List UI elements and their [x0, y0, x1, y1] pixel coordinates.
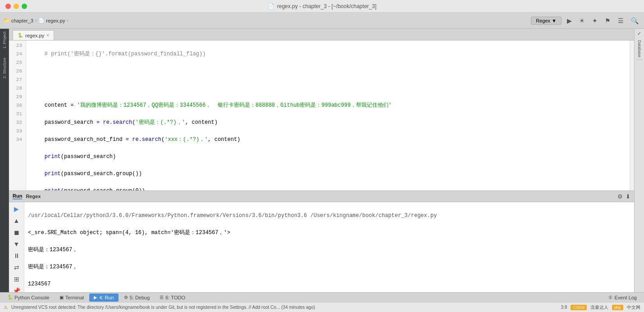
code-line-30: print(password_search.group())	[32, 170, 630, 178]
cursor-position: 3:8	[561, 305, 567, 310]
run-left-toolbar: ▶ ▲ ◼ ▼ ⏸ ⇄ ⊞ 📌 🗑 >>	[9, 202, 24, 292]
code-line-26: content = '我的微博密码是：1234567，QQ密码是：3344556…	[32, 101, 630, 110]
breadcrumb-project: chapter_3	[11, 18, 33, 23]
run-panel: ▶ ▲ ◼ ▼ ⏸ ⇄ ⊞ 📌 🗑 >> /usr/local/Cellar/p…	[9, 202, 634, 292]
run-panel-header: Run Regex ⚙ ⬇	[9, 190, 634, 202]
output-line-4: 密码是：1234567，	[28, 263, 630, 271]
btab-debug[interactable]: ⚙ 5: Debug	[119, 294, 155, 302]
run-step-btn[interactable]: ⇄	[10, 262, 23, 272]
run-pause-btn[interactable]: ⏸	[10, 251, 23, 261]
status-bar: ⚠ Unregistered VCS root detected: The di…	[0, 302, 644, 312]
run-up-btn[interactable]: ▲	[10, 216, 23, 226]
dropdown-icon: ▼	[552, 18, 557, 23]
folder-icon: 📁	[4, 18, 10, 23]
code-line-27: password_search = re.search('密码是：(.*?)，'…	[32, 118, 630, 127]
code-line-31: print(password_search.group(0))	[32, 187, 630, 190]
title-text: regex.py - chapter_3 - [~/book/chapter_3…	[277, 3, 376, 9]
run-tab-regex[interactable]: Regex	[26, 194, 41, 199]
run-icons: ⚙ ⬇	[617, 193, 630, 200]
bottom-tabs: 🐍 Python Console ▣ Terminal ▶ 4: Run ⚙ 5…	[0, 292, 644, 302]
editor-container: 🐍 regex.py × 23 24 25 26 27 28 29 30 31	[9, 29, 634, 292]
btab-run-label: 4: Run	[99, 295, 114, 300]
btab-eventlog-label: Event Log	[614, 295, 637, 300]
status-right: 3:8 CSDN 流量达人 php 中文网	[561, 304, 640, 311]
badge-influencer: 流量达人	[590, 304, 608, 311]
output-line-3: 密码是：1234567，	[28, 246, 630, 254]
breadcrumb-item-project[interactable]: 📁 chapter_3	[4, 18, 33, 23]
code-line-24	[32, 67, 630, 76]
run-stop-btn[interactable]: ◼	[10, 227, 23, 237]
list-icon[interactable]: ☰	[616, 16, 626, 25]
run-button[interactable]: ▶	[565, 16, 574, 25]
structure-sidebar-label[interactable]: 2: Structure	[2, 58, 7, 79]
run-pin-btn[interactable]: 📌	[10, 286, 23, 292]
run-down-btn[interactable]: ▼	[10, 239, 23, 249]
btab-python-console-label: Python Console	[14, 295, 50, 300]
btab-todo[interactable]: ☰ 6: TODO	[155, 294, 190, 302]
btab-python-console[interactable]: 🐍 Python Console	[3, 294, 54, 302]
right-sidebar: ✓ Database	[634, 29, 644, 292]
run-settings-icon[interactable]: ⚙	[617, 193, 623, 200]
breadcrumb-end: ›	[67, 18, 68, 23]
status-message: Unregistered VCS root detected: The dire…	[11, 305, 315, 310]
eventlog-icon: ①	[608, 295, 612, 300]
checkmark-icon[interactable]: ✓	[635, 29, 643, 38]
minimize-button[interactable]	[14, 4, 19, 9]
output-line-1: /usr/local/Cellar/python3/3.6.0/Framewor…	[28, 212, 630, 220]
breadcrumb-item-file[interactable]: 📄 regex.py	[38, 18, 65, 23]
regex-button[interactable]: Regex ▼	[531, 17, 562, 25]
maximize-button[interactable]	[22, 4, 27, 9]
btab-run[interactable]: ▶ 4: Run	[89, 294, 118, 302]
breadcrumb-file: regex.py	[46, 18, 65, 23]
output-line-2: <_sre.SRE_Match object; span=(4, 16), ma…	[28, 229, 630, 237]
close-button[interactable]	[5, 4, 11, 9]
output-line-5: 1234567	[28, 280, 630, 289]
python-console-icon: 🐍	[7, 295, 13, 300]
code-line-29: print(password_search)	[32, 153, 630, 161]
badge-php: php	[612, 305, 623, 310]
code-content[interactable]: # print('密码是：{}'.format(password_findall…	[26, 41, 630, 190]
window-title: 📄 regex.py - chapter_3 - [~/book/chapter…	[268, 3, 376, 9]
btab-debug-label: 5: Debug	[130, 295, 150, 300]
run-play-btn[interactable]: ▶	[10, 204, 23, 214]
run-tab-run[interactable]: Run	[13, 193, 22, 199]
profile-icon[interactable]: ⚑	[603, 16, 612, 25]
debug-icon[interactable]: ✦	[590, 16, 599, 25]
debug-tab-icon: ⚙	[124, 295, 128, 300]
toolbar-right: Regex ▼ ▶ ☀ ✦ ⚑ ☰ 🔍	[531, 16, 640, 25]
tab-bar: 🐍 regex.py ×	[9, 29, 634, 41]
code-line-25	[32, 84, 630, 93]
breadcrumb-separator: ›	[35, 18, 37, 23]
tab-label: regex.py	[25, 33, 44, 38]
run-output: /usr/local/Cellar/python3/3.6.0/Framewor…	[24, 202, 634, 292]
editor-scrollbar[interactable]	[630, 41, 634, 190]
run-tab-icon: ▶	[94, 295, 97, 300]
badge-csdn: CSDN	[571, 305, 587, 310]
toolbar: 📁 chapter_3 › 📄 regex.py › Regex ▼ ▶ ☀ ✦…	[0, 13, 644, 29]
tab-close-icon[interactable]: ×	[46, 33, 49, 38]
code-editor[interactable]: 23 24 25 26 27 28 29 30 31 32 33 34 # pr…	[9, 41, 634, 190]
file-icon: 📄	[38, 18, 45, 23]
btab-terminal[interactable]: ▣ Terminal	[55, 294, 89, 302]
tab-file-icon: 🐍	[18, 33, 23, 38]
window-controls[interactable]	[5, 4, 27, 9]
breadcrumb: 📁 chapter_3 › 📄 regex.py ›	[4, 18, 529, 23]
btab-eventlog[interactable]: ① Event Log	[604, 294, 641, 302]
todo-tab-icon: ☰	[160, 295, 164, 300]
run-download-icon[interactable]: ⬇	[626, 193, 630, 200]
database-sidebar-label[interactable]: Database	[636, 38, 643, 60]
regex-label: Regex	[536, 18, 550, 23]
left-sidebar-project: 1: Project 2: Structure	[0, 29, 9, 292]
tab-regex-py[interactable]: 🐍 regex.py ×	[13, 30, 54, 40]
status-warning-icon: ⚠	[4, 305, 8, 310]
title-icon: 📄	[268, 3, 274, 9]
code-line-23: # print('密码是：{}'.format(password_findall…	[32, 50, 630, 59]
terminal-icon: ▣	[59, 295, 64, 300]
settings-icon[interactable]: ☀	[577, 16, 587, 25]
line-numbers: 23 24 25 26 27 28 29 30 31 32 33 34	[9, 41, 26, 190]
btab-todo-label: 6: TODO	[165, 295, 185, 300]
project-sidebar-label[interactable]: 1: Project	[2, 32, 7, 49]
search-icon[interactable]: 🔍	[629, 16, 640, 25]
run-grid-btn[interactable]: ⊞	[10, 274, 23, 284]
badge-cn: 中文网	[627, 304, 640, 311]
